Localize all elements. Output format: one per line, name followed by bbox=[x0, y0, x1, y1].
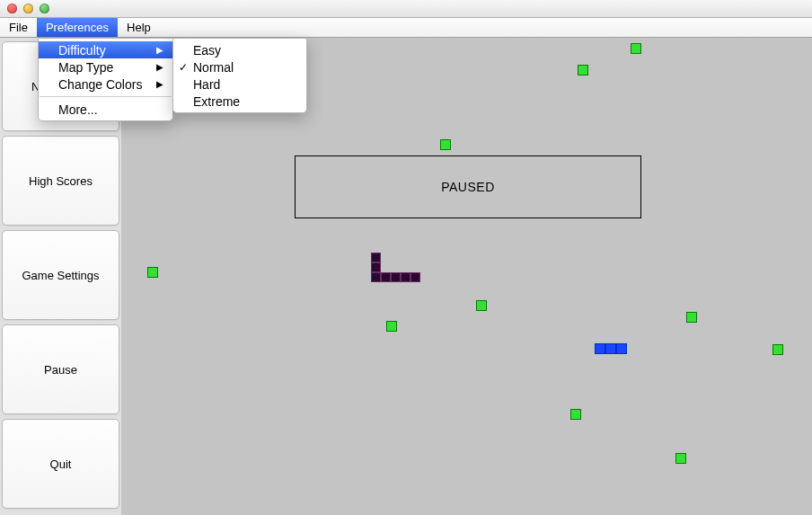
extreme-item[interactable]: Extreme bbox=[173, 93, 306, 110]
game-settings-button[interactable]: Game Settings bbox=[2, 230, 119, 320]
menubar: File Preferences Help bbox=[0, 18, 812, 38]
menu-help[interactable]: Help bbox=[118, 18, 160, 37]
zoom-icon[interactable] bbox=[40, 4, 49, 13]
app-area: New Game High Scores Game Settings Pause… bbox=[0, 38, 812, 515]
more-label: More... bbox=[58, 102, 98, 117]
food-item bbox=[386, 321, 397, 332]
quit-button[interactable]: Quit bbox=[2, 419, 119, 509]
pause-button[interactable]: Pause bbox=[2, 324, 119, 414]
food-item bbox=[476, 300, 487, 311]
more-item[interactable]: More... bbox=[39, 101, 172, 118]
easy-item[interactable]: Easy bbox=[173, 41, 306, 58]
submenu-arrow-icon: ▶ bbox=[156, 79, 163, 89]
close-icon[interactable] bbox=[7, 4, 17, 13]
quit-label: Quit bbox=[50, 457, 72, 471]
menu-file[interactable]: File bbox=[0, 18, 37, 37]
titlebar bbox=[0, 0, 812, 18]
food-item bbox=[147, 267, 158, 278]
change-colors-label: Change Colors bbox=[58, 77, 142, 92]
food-item bbox=[440, 139, 451, 150]
map-type-item[interactable]: Map Type ▶ bbox=[39, 58, 172, 75]
map-type-label: Map Type bbox=[58, 60, 113, 75]
difficulty-item[interactable]: Difficulty ▶ bbox=[39, 41, 172, 58]
obstacle-segment bbox=[371, 262, 381, 272]
minimize-icon[interactable] bbox=[23, 4, 33, 13]
obstacle-segment bbox=[401, 272, 410, 282]
menu-file-label: File bbox=[9, 21, 28, 34]
hard-item[interactable]: Hard bbox=[173, 75, 306, 93]
food-item bbox=[686, 312, 697, 323]
obstacle-segment bbox=[371, 272, 381, 282]
food-item bbox=[675, 453, 686, 464]
hard-label: Hard bbox=[193, 77, 220, 92]
obstacle-segment bbox=[381, 272, 391, 282]
snake-segment bbox=[595, 343, 605, 354]
menu-preferences[interactable]: Preferences bbox=[37, 18, 118, 37]
menu-preferences-label: Preferences bbox=[46, 21, 109, 34]
food-item bbox=[578, 65, 588, 75]
paused-overlay: PAUSED bbox=[295, 155, 641, 218]
food-item bbox=[772, 344, 783, 355]
normal-label: Normal bbox=[193, 60, 234, 75]
obstacle-segment bbox=[371, 253, 381, 262]
food-item bbox=[570, 409, 581, 420]
food-item bbox=[631, 43, 641, 54]
submenu-arrow-icon: ▶ bbox=[156, 45, 163, 55]
pause-label: Pause bbox=[44, 363, 77, 377]
obstacle-segment bbox=[410, 272, 420, 282]
change-colors-item[interactable]: Change Colors ▶ bbox=[39, 75, 172, 93]
paused-text: PAUSED bbox=[441, 180, 495, 194]
snake-segment bbox=[616, 343, 627, 354]
difficulty-submenu: Easy ✓ Normal Hard Extreme bbox=[172, 38, 307, 113]
normal-item[interactable]: ✓ Normal bbox=[173, 58, 306, 75]
menu-help-label: Help bbox=[127, 21, 151, 34]
game-settings-label: Game Settings bbox=[22, 269, 100, 282]
high-scores-button[interactable]: High Scores bbox=[2, 136, 119, 226]
check-icon: ✓ bbox=[179, 61, 188, 74]
obstacle-segment bbox=[391, 272, 401, 282]
menu-separator bbox=[40, 96, 172, 97]
easy-label: Easy bbox=[193, 43, 221, 58]
snake-segment bbox=[605, 343, 616, 354]
extreme-label: Extreme bbox=[193, 94, 240, 109]
difficulty-label: Difficulty bbox=[58, 43, 106, 58]
preferences-dropdown: Difficulty ▶ Map Type ▶ Change Colors ▶ … bbox=[38, 38, 173, 121]
submenu-arrow-icon: ▶ bbox=[156, 62, 163, 72]
high-scores-label: High Scores bbox=[29, 174, 93, 188]
